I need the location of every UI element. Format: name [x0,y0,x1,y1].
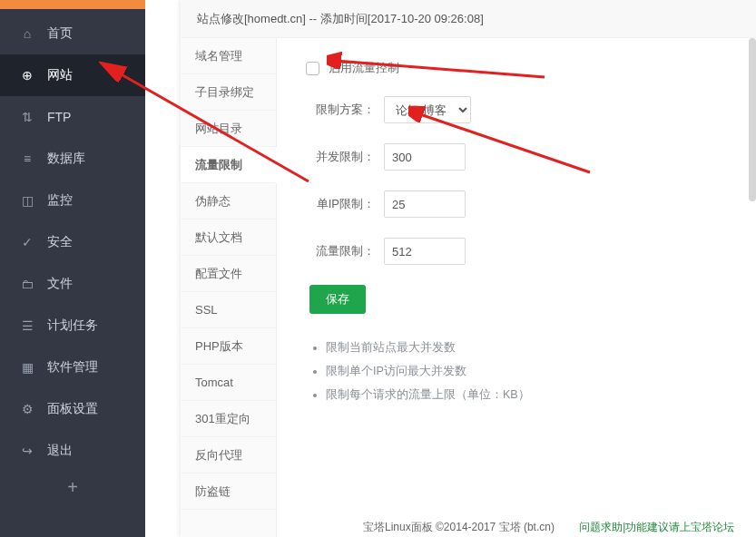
sidebar-item-logout[interactable]: ↪ 退出 [0,430,145,472]
modal-content: 启用流量控制 限制方案： 论坛/博客 并发限制： 单IP限制： 流量限制： 保存… [277,38,756,537]
logout-icon: ↪ [20,444,34,458]
tab-rewrite[interactable]: 伪静态 [181,183,276,220]
sidebar-item-label: 文件 [47,276,73,292]
hint-item: 限制单个IP访问最大并发数 [326,359,756,383]
home-icon: ⌂ [20,26,34,41]
modal-tabs: 域名管理 子目录绑定 网站目录 流量限制 伪静态 默认文档 配置文件 SSL P… [181,38,277,537]
sidebar-item-cron[interactable]: ☰ 计划任务 [0,305,145,347]
tab-sitedir[interactable]: 网站目录 [181,111,276,147]
sidebar-item-label: 首页 [47,25,73,42]
row-save: 保存 [309,285,756,314]
sidebar-item-label: 退出 [47,443,73,459]
footer: 宝塔Linux面板 ©2014-2017 宝塔 (bt.cn) 问题求助|功能建… [363,520,734,535]
tab-ratelimit[interactable]: 流量限制 [181,147,277,183]
perip-label: 单IP限制： [309,196,375,212]
footer-copyright: 宝塔Linux面板 ©2014-2017 宝塔 (bt.cn) [363,521,555,533]
modal-title: 站点修改[homedt.cn] -- 添加时间[2017-10-20 09:26… [181,0,756,38]
hint-item: 限制每个请求的流量上限（单位：KB） [326,383,756,406]
scheme-label: 限制方案： [309,102,375,118]
monitor-icon: ◫ [20,193,34,208]
database-icon: ≡ [20,151,34,166]
row-traffic: 流量限制： [309,238,756,265]
list-icon: ☰ [20,318,34,333]
sidebar-item-website[interactable]: ⊕ 网站 [0,54,145,96]
hint-item: 限制当前站点最大并发数 [326,336,756,359]
row-scheme: 限制方案： 论坛/博客 [309,96,756,123]
sidebar-item-software[interactable]: ▦ 软件管理 [0,347,145,388]
concurrency-input[interactable] [384,143,466,171]
concurrency-label: 并发限制： [309,149,375,165]
tab-reverseproxy[interactable]: 反向代理 [181,437,276,474]
enable-ratelimit-label: 启用流量控制 [329,60,399,76]
tab-ssl[interactable]: SSL [181,292,276,328]
ftp-icon: ⇅ [20,110,34,124]
traffic-input[interactable] [384,238,466,265]
sidebar-item-security[interactable]: ✓ 安全 [0,221,145,263]
save-button[interactable]: 保存 [309,285,366,314]
sidebar-item-settings[interactable]: ⚙ 面板设置 [0,388,145,430]
shield-icon: ✓ [20,235,34,249]
sidebar-item-label: 计划任务 [47,317,98,334]
sidebar-item-label: 数据库 [47,151,85,167]
gear-icon: ⚙ [20,402,34,416]
sidebar-item-ftp[interactable]: ⇅ FTP [0,96,145,138]
tab-phpver[interactable]: PHP版本 [181,328,276,365]
sidebar-item-label: 软件管理 [47,359,98,376]
tab-tomcat[interactable]: Tomcat [181,365,276,401]
tab-301[interactable]: 301重定向 [181,401,276,437]
sidebar-item-files[interactable]: 🗀 文件 [0,263,145,305]
site-edit-modal: 站点修改[homedt.cn] -- 添加时间[2017-10-20 09:26… [181,0,756,537]
row-enable: 启用流量控制 [306,60,756,76]
grid-icon: ▦ [20,360,34,375]
sidebar-item-label: 面板设置 [47,401,98,417]
row-perip: 单IP限制： [309,190,756,218]
tab-subdir[interactable]: 子目录绑定 [181,74,276,111]
sidebar-item-monitor[interactable]: ◫ 监控 [0,180,145,221]
tab-hotlink[interactable]: 防盗链 [181,474,276,510]
sidebar-item-label: FTP [47,110,71,124]
app-sidebar: ⌂ 首页 ⊕ 网站 ⇅ FTP ≡ 数据库 ◫ 监控 ✓ 安全 🗀 文件 ☰ 计… [0,0,145,537]
sidebar-item-label: 网站 [47,67,73,83]
tab-defaultdoc[interactable]: 默认文档 [181,220,276,256]
folder-icon: 🗀 [20,277,34,291]
row-concurrency: 并发限制： [309,143,756,171]
traffic-label: 流量限制： [309,243,375,259]
footer-link[interactable]: 问题求助|功能建议请上宝塔论坛 [579,521,734,533]
sidebar-item-label: 安全 [47,234,73,250]
hint-list: 限制当前站点最大并发数 限制单个IP访问最大并发数 限制每个请求的流量上限（单位… [309,336,756,406]
globe-icon: ⊕ [20,68,34,83]
topbar-accent [0,0,145,9]
sidebar-item-label: 监控 [47,192,73,209]
tab-config[interactable]: 配置文件 [181,256,276,292]
scheme-select[interactable]: 论坛/博客 [384,96,471,123]
perip-input[interactable] [384,190,466,218]
enable-ratelimit-checkbox[interactable] [306,62,319,75]
sidebar-add-button[interactable]: + [0,472,145,503]
tab-domain[interactable]: 域名管理 [181,38,276,74]
sidebar-item-database[interactable]: ≡ 数据库 [0,138,145,180]
sidebar-item-home[interactable]: ⌂ 首页 [0,13,145,54]
